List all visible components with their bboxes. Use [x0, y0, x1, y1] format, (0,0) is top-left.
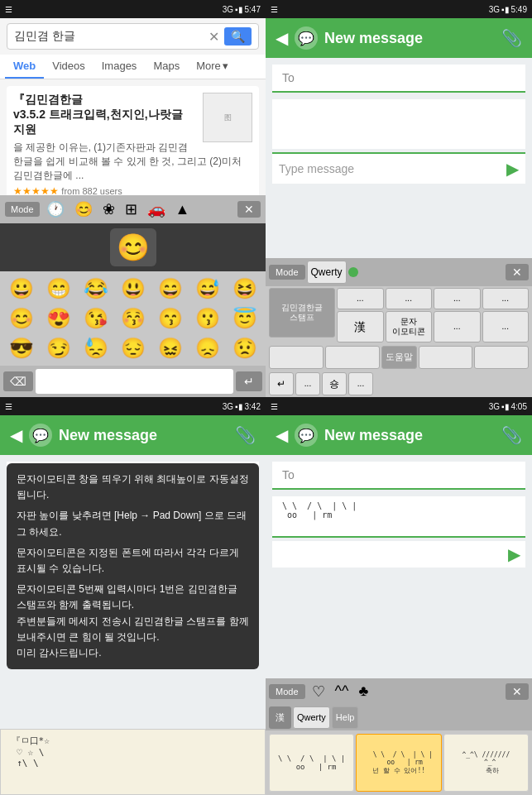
- to-field[interactable]: To: [272, 65, 525, 93]
- emoji-item[interactable]: 😏: [41, 334, 76, 362]
- kor-empty4[interactable]: [474, 346, 529, 368]
- art-cell-2[interactable]: \ \ / \ | \ | oo | rm 넌 할 수 있어!!: [356, 734, 441, 792]
- emoji-item[interactable]: 😖: [152, 334, 188, 362]
- kor-dots3[interactable]: ...: [434, 288, 481, 309]
- space-key[interactable]: [36, 369, 233, 394]
- search-button[interactable]: 🔍: [224, 27, 252, 45]
- emoji-item[interactable]: 😗: [189, 304, 225, 333]
- emoji-item[interactable]: 😍: [41, 304, 76, 333]
- attach-icon-q3[interactable]: 📎: [235, 425, 256, 445]
- triangle-icon[interactable]: ▲: [172, 199, 194, 220]
- emoji-item[interactable]: 😁: [41, 275, 76, 303]
- emoji-item[interactable]: 😚: [115, 304, 151, 333]
- kor-empty1[interactable]: [269, 346, 324, 368]
- emoji-item[interactable]: 😞: [189, 334, 225, 362]
- keyboard-close-button[interactable]: ✕: [237, 201, 261, 218]
- enter-button[interactable]: ↵: [236, 371, 262, 391]
- kor-empty2[interactable]: [325, 346, 380, 368]
- kor-hanja[interactable]: 漢: [337, 311, 384, 342]
- tab-maps[interactable]: Maps: [145, 55, 188, 79]
- type-placeholder[interactable]: Type message: [279, 162, 506, 175]
- kor-dots5[interactable]: ...: [434, 311, 481, 342]
- kor-dots7[interactable]: ...: [295, 372, 320, 395]
- kor-emoticon[interactable]: 문자이모티콘: [386, 311, 433, 342]
- art-keyboard-toolbar: Mode ♡ ^^ ♣ ✕: [266, 678, 532, 705]
- back-button[interactable]: ◀: [276, 28, 288, 48]
- battery-q2: ▪▮: [501, 5, 510, 14]
- attach-icon-q4[interactable]: 📎: [501, 425, 522, 445]
- emoji-item[interactable]: 😄: [152, 275, 188, 303]
- kor-empty3[interactable]: [419, 346, 473, 368]
- grid-icon[interactable]: ⊞: [122, 199, 141, 220]
- back-button-q3[interactable]: ◀: [10, 425, 22, 445]
- result-thumbnail: 图: [203, 93, 252, 142]
- art-mode-button[interactable]: Mode: [269, 684, 305, 699]
- flower-icon[interactable]: ❀: [99, 199, 118, 220]
- art-close-button[interactable]: ✕: [506, 683, 529, 700]
- back-button-q4[interactable]: ◀: [276, 425, 288, 445]
- network-q2: 3G: [489, 5, 500, 14]
- art-help-button[interactable]: Help: [332, 706, 359, 729]
- kor-dots4[interactable]: ...: [482, 288, 530, 309]
- emoji-item[interactable]: 😙: [152, 304, 188, 333]
- kor-dots6[interactable]: ...: [482, 311, 530, 342]
- kor-mode-button[interactable]: Mode: [269, 265, 305, 280]
- tab-videos[interactable]: Videos: [44, 55, 93, 79]
- art-hanja-button[interactable]: 漢: [269, 706, 291, 729]
- clear-search-icon[interactable]: ✕: [208, 29, 219, 45]
- emoji-item[interactable]: 😀: [3, 275, 39, 303]
- art-cell-1[interactable]: \ \ / \ | \ | oo | rm: [269, 734, 354, 792]
- kor-stamp-key[interactable]: 김민겸한글스탬프: [269, 288, 335, 338]
- kor-syong[interactable]: 숑: [322, 372, 347, 395]
- emoji-item[interactable]: 😆: [227, 275, 262, 303]
- mode-button[interactable]: Mode: [5, 202, 40, 217]
- compose-area-q4[interactable]: \ \ / \ | \ | oo | rm: [272, 496, 525, 538]
- emoji-item[interactable]: 😔: [115, 334, 151, 362]
- kor-close-button[interactable]: ✕: [506, 264, 529, 280]
- kor-dots2[interactable]: ...: [386, 288, 433, 309]
- tab-web[interactable]: Web: [5, 55, 44, 79]
- search-input[interactable]: [14, 30, 208, 43]
- korean-keyboard-q2: Mode Qwerty ✕ 김민겸한글스탬프 ... ... ... ... 漢…: [266, 258, 532, 397]
- attach-icon[interactable]: 📎: [501, 28, 522, 48]
- send-button-q4[interactable]: ▶: [508, 544, 520, 564]
- search-bar[interactable]: ✕ 🔍: [7, 23, 259, 50]
- emoji-item[interactable]: 😅: [189, 275, 225, 303]
- to-input[interactable]: [301, 71, 515, 84]
- send-button[interactable]: ▶: [506, 159, 519, 179]
- to-input-q4[interactable]: [301, 468, 515, 481]
- caret-icon[interactable]: ^^: [332, 681, 352, 702]
- chevron-down-icon: ▾: [223, 60, 228, 72]
- kor-enter[interactable]: ↵: [269, 372, 294, 395]
- emoji-item[interactable]: 😘: [78, 304, 113, 333]
- message-header-q3: ◀ 💬 New message 📎: [0, 415, 266, 455]
- emoji-item[interactable]: 😇: [227, 304, 262, 333]
- status-bar-q3: ☰ 3G ▪▮ 3:42: [0, 397, 266, 415]
- tooltip-line-8: 주변분들께 메세지 전송시 김민겸한글 스탬프를 함께 보내주시면 큰 힘이 될…: [17, 614, 249, 645]
- kor-dots1[interactable]: ...: [337, 288, 384, 309]
- art-cell-3[interactable]: ^_^\ /////// ^_^ 축하: [443, 734, 529, 792]
- emoji-item[interactable]: 😂: [78, 275, 113, 303]
- emoji-item[interactable]: 😃: [115, 275, 151, 303]
- to-field-q4[interactable]: To: [272, 462, 525, 490]
- emoji-item[interactable]: 😎: [3, 334, 39, 362]
- message-app-icon-q4: 💬: [295, 424, 318, 447]
- new-message-panel-top: ☰ 3G ▪▮ 5:49 ◀ 💬 New message 📎 To Type m…: [266, 0, 532, 397]
- car-icon[interactable]: 🚗: [144, 199, 169, 220]
- tab-images[interactable]: Images: [93, 55, 146, 79]
- tab-more[interactable]: More ▾: [188, 55, 237, 79]
- status-right: 3G ▪▮ 5:47: [223, 5, 261, 14]
- kor-help[interactable]: 도움말: [381, 346, 417, 368]
- emoji-item[interactable]: 😊: [3, 304, 39, 333]
- heart-icon[interactable]: ♡: [309, 681, 328, 702]
- clock-icon[interactable]: 🕐: [43, 199, 68, 220]
- emoji-item[interactable]: 😟: [227, 334, 262, 362]
- search-result-item[interactable]: 图 『김민겸한글v3.5.2 트래크입력,천지인,나랏글 지원 을 제공한 이유…: [7, 86, 259, 204]
- backspace-button[interactable]: ⌫: [3, 371, 33, 391]
- art-qwerty-button[interactable]: Qwerty: [293, 706, 330, 729]
- smiley-icon[interactable]: 😊: [71, 199, 96, 220]
- kor-key-qwerty[interactable]: Qwerty: [307, 261, 347, 284]
- emoji-item[interactable]: 😓: [78, 334, 113, 362]
- kor-dots8[interactable]: ...: [348, 372, 373, 395]
- club-icon[interactable]: ♣: [355, 681, 371, 702]
